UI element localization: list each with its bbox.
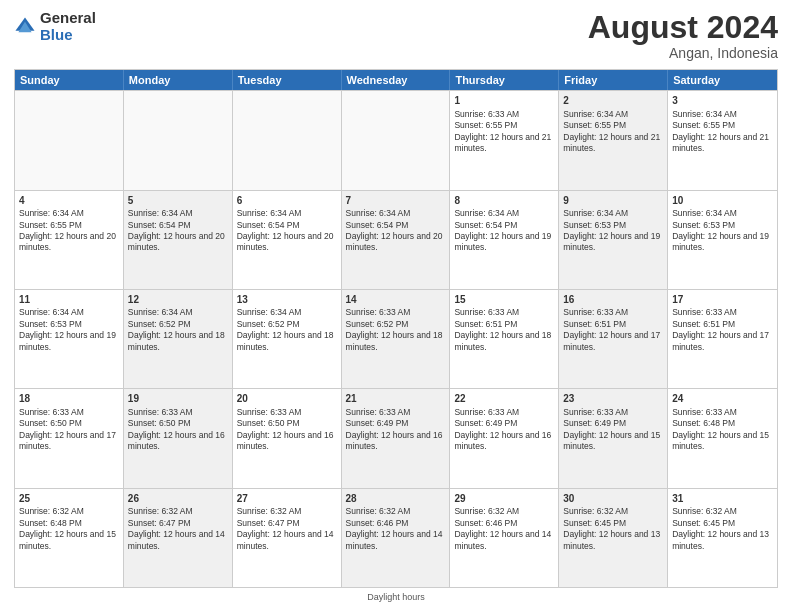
day-number: 21	[346, 392, 446, 406]
sunrise-text: Sunrise: 6:32 AM	[672, 506, 737, 516]
daylight-text: Daylight: 12 hours and 14 minutes.	[237, 529, 334, 550]
calendar-cell: 18Sunrise: 6:33 AMSunset: 6:50 PMDayligh…	[15, 389, 124, 487]
sunrise-text: Sunrise: 6:32 AM	[237, 506, 302, 516]
sunrise-text: Sunrise: 6:33 AM	[563, 407, 628, 417]
calendar-cell: 13Sunrise: 6:34 AMSunset: 6:52 PMDayligh…	[233, 290, 342, 388]
calendar-cell: 20Sunrise: 6:33 AMSunset: 6:50 PMDayligh…	[233, 389, 342, 487]
sunset-text: Sunset: 6:54 PM	[237, 220, 300, 230]
logo-text: General Blue	[40, 10, 96, 43]
day-number: 3	[672, 94, 773, 108]
day-number: 25	[19, 492, 119, 506]
sunrise-text: Sunrise: 6:34 AM	[454, 208, 519, 218]
sunrise-text: Sunrise: 6:33 AM	[346, 407, 411, 417]
day-number: 17	[672, 293, 773, 307]
day-number: 10	[672, 194, 773, 208]
daylight-text: Daylight: 12 hours and 18 minutes.	[454, 330, 551, 351]
calendar-week: 11Sunrise: 6:34 AMSunset: 6:53 PMDayligh…	[15, 289, 777, 388]
footer-note: Daylight hours	[14, 592, 778, 602]
sunset-text: Sunset: 6:55 PM	[19, 220, 82, 230]
day-number: 13	[237, 293, 337, 307]
sunset-text: Sunset: 6:52 PM	[128, 319, 191, 329]
day-number: 2	[563, 94, 663, 108]
daylight-text: Daylight: 12 hours and 14 minutes.	[346, 529, 443, 550]
sunrise-text: Sunrise: 6:34 AM	[19, 208, 84, 218]
sunset-text: Sunset: 6:53 PM	[672, 220, 735, 230]
calendar-cell: 2Sunrise: 6:34 AMSunset: 6:55 PMDaylight…	[559, 91, 668, 189]
daylight-text: Daylight: 12 hours and 21 minutes.	[563, 132, 660, 153]
day-number: 23	[563, 392, 663, 406]
calendar-cell: 28Sunrise: 6:32 AMSunset: 6:46 PMDayligh…	[342, 489, 451, 587]
daylight-text: Daylight: 12 hours and 16 minutes.	[346, 430, 443, 451]
calendar-cell: 12Sunrise: 6:34 AMSunset: 6:52 PMDayligh…	[124, 290, 233, 388]
daylight-text: Daylight: 12 hours and 16 minutes.	[128, 430, 225, 451]
daylight-text: Daylight: 12 hours and 19 minutes.	[19, 330, 116, 351]
sunrise-text: Sunrise: 6:32 AM	[563, 506, 628, 516]
calendar-cell: 17Sunrise: 6:33 AMSunset: 6:51 PMDayligh…	[668, 290, 777, 388]
calendar-header-cell: Wednesday	[342, 70, 451, 90]
sunrise-text: Sunrise: 6:33 AM	[346, 307, 411, 317]
calendar-header-cell: Friday	[559, 70, 668, 90]
subtitle: Angan, Indonesia	[588, 45, 778, 61]
day-number: 5	[128, 194, 228, 208]
day-number: 29	[454, 492, 554, 506]
calendar-cell: 9Sunrise: 6:34 AMSunset: 6:53 PMDaylight…	[559, 191, 668, 289]
calendar-header-cell: Saturday	[668, 70, 777, 90]
calendar-header-cell: Tuesday	[233, 70, 342, 90]
sunset-text: Sunset: 6:52 PM	[237, 319, 300, 329]
sunrise-text: Sunrise: 6:33 AM	[19, 407, 84, 417]
sunset-text: Sunset: 6:54 PM	[128, 220, 191, 230]
sunset-text: Sunset: 6:47 PM	[237, 518, 300, 528]
day-number: 27	[237, 492, 337, 506]
sunset-text: Sunset: 6:48 PM	[19, 518, 82, 528]
calendar-cell: 23Sunrise: 6:33 AMSunset: 6:49 PMDayligh…	[559, 389, 668, 487]
day-number: 8	[454, 194, 554, 208]
daylight-text: Daylight: 12 hours and 20 minutes.	[346, 231, 443, 252]
daylight-text: Daylight: 12 hours and 17 minutes.	[672, 330, 769, 351]
sunrise-text: Sunrise: 6:34 AM	[672, 208, 737, 218]
sunrise-text: Sunrise: 6:33 AM	[454, 109, 519, 119]
calendar-cell: 26Sunrise: 6:32 AMSunset: 6:47 PMDayligh…	[124, 489, 233, 587]
sunset-text: Sunset: 6:55 PM	[672, 120, 735, 130]
calendar-cell: 25Sunrise: 6:32 AMSunset: 6:48 PMDayligh…	[15, 489, 124, 587]
daylight-text: Daylight: 12 hours and 19 minutes.	[563, 231, 660, 252]
sunrise-text: Sunrise: 6:34 AM	[19, 307, 84, 317]
sunset-text: Sunset: 6:46 PM	[454, 518, 517, 528]
calendar-cell	[342, 91, 451, 189]
sunset-text: Sunset: 6:51 PM	[563, 319, 626, 329]
sunrise-text: Sunrise: 6:34 AM	[672, 109, 737, 119]
sunrise-text: Sunrise: 6:33 AM	[672, 407, 737, 417]
sunrise-text: Sunrise: 6:32 AM	[128, 506, 193, 516]
calendar-cell	[233, 91, 342, 189]
daylight-text: Daylight: 12 hours and 16 minutes.	[237, 430, 334, 451]
calendar-header-cell: Monday	[124, 70, 233, 90]
daylight-text: Daylight: 12 hours and 20 minutes.	[128, 231, 225, 252]
calendar-cell: 7Sunrise: 6:34 AMSunset: 6:54 PMDaylight…	[342, 191, 451, 289]
sunrise-text: Sunrise: 6:32 AM	[454, 506, 519, 516]
calendar-week: 4Sunrise: 6:34 AMSunset: 6:55 PMDaylight…	[15, 190, 777, 289]
day-number: 6	[237, 194, 337, 208]
calendar-cell: 14Sunrise: 6:33 AMSunset: 6:52 PMDayligh…	[342, 290, 451, 388]
daylight-text: Daylight: 12 hours and 19 minutes.	[454, 231, 551, 252]
day-number: 15	[454, 293, 554, 307]
day-number: 28	[346, 492, 446, 506]
sunset-text: Sunset: 6:54 PM	[454, 220, 517, 230]
page-header: General Blue August 2024 Angan, Indonesi…	[14, 10, 778, 61]
sunrise-text: Sunrise: 6:33 AM	[128, 407, 193, 417]
sunset-text: Sunset: 6:50 PM	[19, 418, 82, 428]
calendar-cell: 31Sunrise: 6:32 AMSunset: 6:45 PMDayligh…	[668, 489, 777, 587]
calendar-cell	[124, 91, 233, 189]
sunrise-text: Sunrise: 6:34 AM	[237, 307, 302, 317]
daylight-text: Daylight: 12 hours and 18 minutes.	[128, 330, 225, 351]
sunset-text: Sunset: 6:53 PM	[19, 319, 82, 329]
sunrise-text: Sunrise: 6:33 AM	[454, 407, 519, 417]
daylight-text: Daylight: 12 hours and 17 minutes.	[563, 330, 660, 351]
sunrise-text: Sunrise: 6:33 AM	[237, 407, 302, 417]
calendar: SundayMondayTuesdayWednesdayThursdayFrid…	[14, 69, 778, 588]
calendar-cell: 27Sunrise: 6:32 AMSunset: 6:47 PMDayligh…	[233, 489, 342, 587]
sunset-text: Sunset: 6:55 PM	[563, 120, 626, 130]
sunset-text: Sunset: 6:47 PM	[128, 518, 191, 528]
sunset-text: Sunset: 6:54 PM	[346, 220, 409, 230]
sunset-text: Sunset: 6:49 PM	[454, 418, 517, 428]
daylight-text: Daylight: 12 hours and 14 minutes.	[128, 529, 225, 550]
sunrise-text: Sunrise: 6:34 AM	[346, 208, 411, 218]
